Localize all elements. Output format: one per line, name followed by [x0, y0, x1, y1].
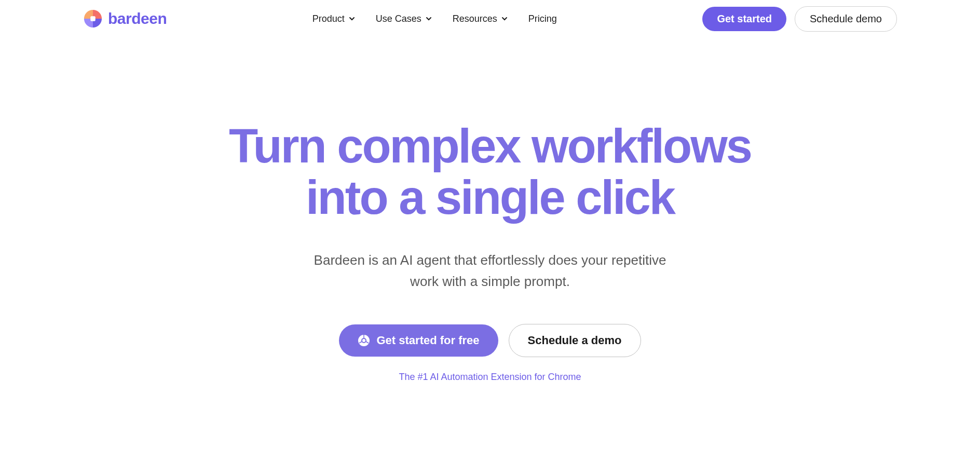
- schedule-demo-button[interactable]: Schedule demo: [795, 6, 897, 32]
- nav-resources[interactable]: Resources: [453, 13, 508, 24]
- nav-use-cases[interactable]: Use Cases: [376, 13, 432, 24]
- nav-label: Pricing: [528, 13, 557, 24]
- nav-label: Resources: [453, 13, 497, 24]
- svg-rect-0: [90, 16, 96, 21]
- chevron-down-icon: [349, 16, 355, 22]
- hero-subtitle: Bardeen is an AI agent that effortlessly…: [303, 250, 677, 293]
- hero-section: Turn complex workflows into a single cli…: [0, 37, 980, 383]
- hero-title-line2: into a single click: [306, 171, 674, 224]
- schedule-demo-hero-button[interactable]: Schedule a demo: [509, 324, 641, 357]
- main-nav: Product Use Cases Resources Pricing: [312, 13, 557, 24]
- chevron-down-icon: [501, 16, 508, 22]
- chevron-down-icon: [426, 16, 432, 22]
- nav-pricing[interactable]: Pricing: [528, 13, 557, 24]
- bardeen-logo-icon: [83, 9, 103, 29]
- chrome-icon: [358, 334, 370, 347]
- nav-product[interactable]: Product: [312, 13, 355, 24]
- hero-title-line1: Turn complex workflows: [229, 119, 751, 172]
- get-started-free-button[interactable]: Get started for free: [339, 324, 498, 357]
- header-actions: Get started Schedule demo: [702, 6, 897, 32]
- brand-name: bardeen: [108, 10, 167, 28]
- logo[interactable]: bardeen: [83, 9, 167, 29]
- hero-title: Turn complex workflows into a single cli…: [0, 120, 980, 224]
- svg-point-3: [362, 339, 365, 342]
- nav-label: Product: [312, 13, 345, 24]
- button-label: Get started for free: [376, 334, 479, 347]
- header: bardeen Product Use Cases Resources Pric…: [0, 0, 980, 37]
- nav-label: Use Cases: [376, 13, 421, 24]
- get-started-button[interactable]: Get started: [702, 7, 786, 31]
- chrome-extension-tagline[interactable]: The #1 AI Automation Extension for Chrom…: [399, 372, 581, 382]
- hero-actions: Get started for free Schedule a demo: [0, 324, 980, 357]
